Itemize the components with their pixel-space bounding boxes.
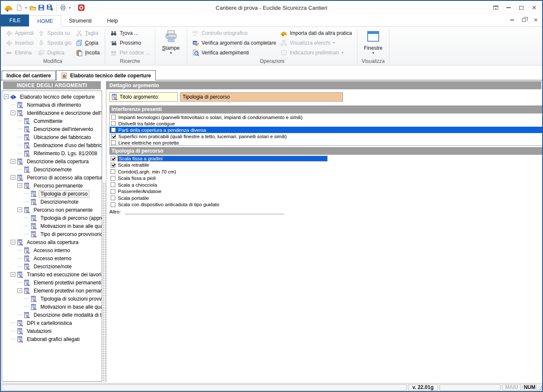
tab-file[interactable]: FILE xyxy=(1,14,29,26)
tree-expander-minus[interactable]: − xyxy=(4,94,9,99)
tree-expander-minus[interactable]: − xyxy=(11,111,15,115)
prossimo-button[interactable]: Prossimo xyxy=(108,38,151,48)
checkbox[interactable] xyxy=(111,202,115,207)
minimize-button[interactable] xyxy=(502,3,515,13)
tree-expander-minus[interactable]: − xyxy=(17,183,22,188)
tree-item[interactable]: −ATransito ed esecuzione dei lavori xyxy=(2,270,102,278)
save-icon[interactable] xyxy=(37,4,45,11)
tipologia-item[interactable]: Passerelle/Andatoie xyxy=(109,188,543,195)
tree-item[interactable]: ATipo di percorso provvisorio pre xyxy=(2,230,102,238)
checkbox[interactable] xyxy=(111,196,115,200)
tree-item[interactable]: AUbicazione del fabbricato xyxy=(2,133,102,141)
tree-item[interactable]: −AIdentificazione e descrizione dell'int… xyxy=(2,109,102,117)
interferenza-item[interactable]: Superfici non praticabili (quali finestr… xyxy=(110,133,543,139)
interferenza-item[interactable]: Parti della copertura a pendenza diversa xyxy=(110,127,543,133)
tree-item[interactable]: ACommittente xyxy=(2,117,102,125)
exit-icon[interactable] xyxy=(77,4,85,11)
tree-expander-minus[interactable]: − xyxy=(11,240,15,244)
tree-item[interactable]: ATipologia di soluzioni provvisori xyxy=(2,295,102,303)
checkbox[interactable] xyxy=(111,156,115,161)
altro-input[interactable] xyxy=(125,209,284,214)
tree-item[interactable]: AElementi protettivi permanenti xyxy=(2,278,102,287)
mdi-close-button[interactable]: ✕ xyxy=(533,17,539,23)
tipologia-item[interactable]: Scala a chiocciola xyxy=(109,182,543,188)
tree-item[interactable]: −APercorso di accesso alla copertura xyxy=(2,173,102,182)
tree-expander-minus[interactable]: − xyxy=(11,175,15,180)
checkbox[interactable] xyxy=(111,121,116,126)
checkbox[interactable] xyxy=(111,134,116,139)
checkbox[interactable] xyxy=(111,115,116,119)
new-document-icon[interactable] xyxy=(15,4,23,11)
titolo-argomento-value[interactable]: Tipologia di percorso xyxy=(180,92,343,102)
tree-item[interactable]: AMotivazioni in base alle quali no xyxy=(2,222,102,230)
tree-expander-minus[interactable]: − xyxy=(17,288,22,293)
interferenza-item[interactable]: Linee elettriche non protette xyxy=(110,139,543,146)
checkbox[interactable] xyxy=(111,189,115,194)
checkbox[interactable] xyxy=(111,140,116,145)
tree-item[interactable]: ADescrizione/note xyxy=(2,198,102,206)
checkbox[interactable] xyxy=(111,169,115,174)
resize-grip[interactable] xyxy=(537,386,542,391)
mdi-restore-button[interactable] xyxy=(521,17,527,23)
tipologia-item[interactable]: Scala retrattile xyxy=(109,162,543,169)
interferenza-item[interactable]: Impianti tecnologici (pannelli fotovolta… xyxy=(110,114,543,120)
tree-expander-minus[interactable]: − xyxy=(11,272,15,277)
tab-help[interactable]: Help xyxy=(99,15,126,26)
tree-item[interactable]: ADPI e cartellonistica xyxy=(2,319,102,327)
tree-item[interactable]: −AElementi protettivi non permanenti xyxy=(2,287,102,295)
tree-item[interactable]: −APercorso permanente xyxy=(2,182,102,190)
incolla-button[interactable]: Incolla xyxy=(74,48,102,57)
finestre-button[interactable]: Finestre▼ xyxy=(360,28,386,58)
checkbox[interactable] xyxy=(111,182,115,187)
interferenza-item[interactable]: Dislivelli tra falde contigue xyxy=(110,120,543,127)
tree-item[interactable]: AAccesso esterno xyxy=(2,254,102,262)
tree-item[interactable]: −ADescrizione della copertura xyxy=(2,157,102,165)
tree-item[interactable]: −APercorso non permanente xyxy=(2,206,102,214)
doc-tab-elaborato-coperture[interactable]: Elaborato tecnico delle coperture xyxy=(56,70,156,80)
tree-item[interactable]: AAccesso interno xyxy=(2,246,102,254)
tree-item[interactable]: AMotivazioni in base alle quali no xyxy=(2,303,102,311)
tipologia-item[interactable]: Scala portatile xyxy=(109,195,543,202)
checkbox[interactable] xyxy=(111,176,115,181)
tipologia-item[interactable]: Scala fissa a pioli xyxy=(109,175,543,182)
verifica-adempimenti-button[interactable]: Verifica adempimenti xyxy=(190,48,278,57)
print-icon[interactable] xyxy=(59,4,67,11)
tree-item[interactable]: ADescrizione dell'intervento xyxy=(2,125,102,133)
mdi-minimize-button[interactable] xyxy=(509,17,515,23)
tree-item[interactable]: ADestinazione d'uso del fabbricato xyxy=(2,141,102,149)
tree-item[interactable]: AValutazioni xyxy=(2,327,102,335)
save-as-icon[interactable] xyxy=(46,4,54,11)
tipologia-item[interactable]: Scala con dispositivo anticaduta di tipo… xyxy=(109,202,543,208)
tipologia-item[interactable]: Corridoi(Largh. min 70 cm) xyxy=(109,168,543,175)
tab-home[interactable]: HOME xyxy=(29,15,61,27)
importa-dati-da-altra-pratica-button[interactable]: Importa dati da altra pratica xyxy=(278,28,354,38)
tree-item[interactable]: −AAccesso alla copertura xyxy=(2,238,102,246)
copia-button[interactable]: Copia xyxy=(74,38,102,48)
tree-item[interactable]: AElaborati grafici allegati xyxy=(2,335,102,343)
open-folder-icon[interactable] xyxy=(29,4,37,11)
tipologia-item[interactable]: Scala fissa a gradini xyxy=(109,155,543,162)
new-dropdown-arrow[interactable]: ▼ xyxy=(24,6,28,9)
tree-item[interactable]: ATipologia di percorso xyxy=(2,190,102,198)
trova-button[interactable]: Trova ... xyxy=(108,28,151,38)
tree-item[interactable]: ATipologia di percorso (appresta xyxy=(2,214,102,222)
tree-item[interactable]: ADescrizione/note xyxy=(2,165,102,173)
checkbox[interactable] xyxy=(111,163,115,168)
tree-expander-minus[interactable]: − xyxy=(17,207,22,212)
tree-item[interactable]: ARiferimento D. Lgs. 81/2008 xyxy=(2,149,102,157)
verifica-argomenti-da-completare-button[interactable]: ABVerifica argomenti da completare xyxy=(190,38,278,48)
stampe-button[interactable]: Stampe▼ xyxy=(158,28,184,58)
tree-item[interactable]: ADescrizione delle modalità di transit xyxy=(2,311,102,319)
tree-item[interactable]: −Elaborato tecnico delle coperture xyxy=(2,93,102,101)
tree-item[interactable]: ADescrizione/note xyxy=(2,262,102,270)
checkbox[interactable] xyxy=(111,128,116,132)
tree-expander-minus[interactable]: − xyxy=(11,159,15,164)
tree-item[interactable]: ANormativa di riferimento xyxy=(2,101,102,109)
doc-tab-indice-cantiere[interactable]: Indice del cantiere xyxy=(2,71,56,80)
panel-splitter[interactable] xyxy=(103,182,106,382)
print-dropdown-arrow[interactable]: ▼ xyxy=(68,6,72,9)
tab-strumenti[interactable]: Strumenti xyxy=(61,15,100,26)
maximize-button[interactable] xyxy=(515,3,528,13)
close-button[interactable]: ✕ xyxy=(528,3,540,13)
collapse-ribbon-button[interactable] xyxy=(489,3,502,13)
